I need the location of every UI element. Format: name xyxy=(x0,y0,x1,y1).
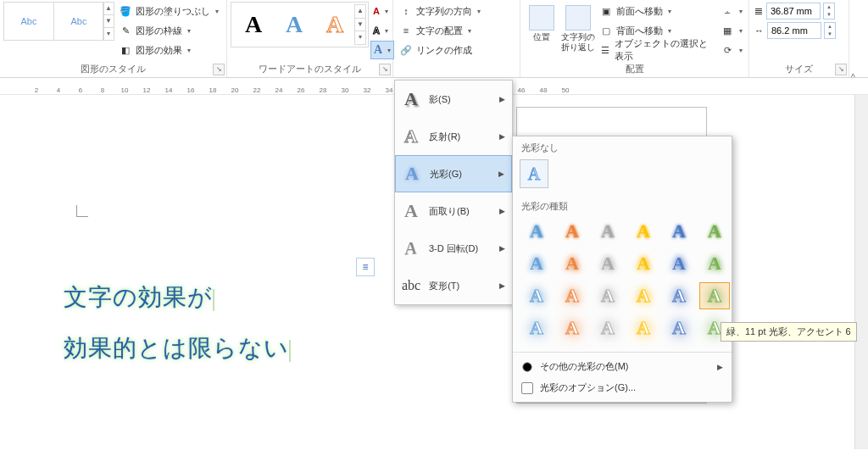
create-link-button[interactable]: 🔗リンクの作成 xyxy=(397,41,483,59)
group-label: ワードアートのスタイル xyxy=(231,61,389,77)
bring-forward-button[interactable]: ▣前面へ移動▾ xyxy=(597,2,716,20)
glow-variant[interactable]: A xyxy=(557,282,587,309)
label: 位置 xyxy=(533,32,550,42)
selection-pane-button[interactable]: ☰オブジェクトの選択と表示 xyxy=(597,41,716,59)
glow-variant[interactable]: A xyxy=(521,314,552,342)
dialog-launcher[interactable]: ↘ xyxy=(835,64,847,75)
group-label: 配置 xyxy=(524,61,745,77)
wrap-text-button[interactable]: 文字列の 折り返し xyxy=(560,2,595,53)
shape-style-item[interactable]: Abc xyxy=(53,2,104,41)
wrap-icon xyxy=(565,5,591,31)
select-icon: ☰ xyxy=(599,43,611,57)
wordart-preset[interactable]: A xyxy=(233,4,274,45)
shape-style-item[interactable]: Abc xyxy=(3,2,54,41)
wordart-preset[interactable]: A xyxy=(274,4,314,45)
glow-variant[interactable]: A xyxy=(521,218,552,245)
rotate-button[interactable]: ⟳▾ xyxy=(718,41,745,59)
glow-variant[interactable]: A xyxy=(699,250,730,277)
shape-fill-button[interactable]: 🪣図形の塗りつぶし▾ xyxy=(116,2,221,20)
front-icon: ▣ xyxy=(599,4,613,18)
glow-variant[interactable]: A xyxy=(593,314,623,342)
glow-variant[interactable]: A xyxy=(664,282,694,309)
dialog-launcher[interactable]: ↘ xyxy=(213,64,225,75)
align-objects-icon: ⫠ xyxy=(721,4,734,18)
text-align-button[interactable]: ≡文字の配置▾ xyxy=(397,21,483,40)
position-button[interactable]: 位置 xyxy=(524,2,559,42)
glow-options[interactable]: 光彩のオプション(G)... xyxy=(513,377,732,398)
rotate-icon: ⟳ xyxy=(721,43,734,57)
align-button[interactable]: ⫠▾ xyxy=(718,2,745,20)
page-corner-mark xyxy=(76,205,88,217)
glow-variant[interactable]: A xyxy=(664,218,694,245)
group-text: ↕文字列の方向▾ ≡文字の配置▾ 🔗リンクの作成 xyxy=(393,0,520,77)
menu-reflection[interactable]: A反射(R)▶ xyxy=(395,118,512,155)
glow-variant[interactable]: A xyxy=(664,250,694,277)
glow-none-option[interactable]: A xyxy=(520,159,548,188)
glow-variant[interactable]: A xyxy=(628,282,659,309)
width-input[interactable] xyxy=(767,22,821,39)
group-arrange: 位置 文字列の 折り返し ▣前面へ移動▾ ▢背面へ移動▾ ☰オブジェクトの選択と… xyxy=(520,0,749,77)
shape-effects-button[interactable]: ◧図形の効果▾ xyxy=(116,41,221,59)
text-direction-button[interactable]: ↕文字列の方向▾ xyxy=(397,2,483,20)
label: 背面へ移動 xyxy=(616,25,663,37)
text-outline-button[interactable]: A▾ xyxy=(370,21,394,40)
glow-variant[interactable]: A xyxy=(593,218,623,245)
menu-glow[interactable]: A光彩(G)▶ xyxy=(395,155,512,192)
glow-variant[interactable]: A xyxy=(628,314,659,342)
menu-3d-rotation[interactable]: A3-D 回転(D)▶ xyxy=(395,230,512,267)
vertical-scrollbar[interactable] xyxy=(854,95,868,449)
position-icon xyxy=(529,5,554,31)
height-input[interactable] xyxy=(766,3,821,19)
group-label xyxy=(397,74,516,77)
glow-variant[interactable]: A xyxy=(593,250,623,277)
group-icon: ▦ xyxy=(721,24,734,37)
glow-variant[interactable]: A xyxy=(699,218,730,245)
glow-variant[interactable]: A xyxy=(628,250,659,277)
text-fill-button[interactable]: A▾ xyxy=(370,2,394,20)
effects-icon: ◧ xyxy=(119,43,132,57)
group-label: 図形のスタイル xyxy=(3,61,223,77)
layout-options-button[interactable]: ≡ xyxy=(356,258,375,276)
glow-variant[interactable]: A xyxy=(628,218,659,245)
gallery-nav[interactable]: ▲▼▾ xyxy=(103,2,114,41)
glow-variant[interactable]: A xyxy=(557,250,587,277)
shape-style-gallery[interactable]: Abc Abc ▲▼▾ xyxy=(3,2,114,41)
options-icon xyxy=(521,382,533,394)
document-text-line[interactable]: 効果的とは限らない xyxy=(64,332,291,364)
direction-icon: ↕ xyxy=(399,4,413,18)
width-icon: ↔ xyxy=(754,25,764,36)
width-spinner[interactable]: ▲▼ xyxy=(824,22,836,39)
more-glow-colors[interactable]: その他の光彩の色(M)▶ xyxy=(513,356,732,377)
label: オブジェクトの選択と表示 xyxy=(615,37,714,63)
glow-variant[interactable]: A xyxy=(521,282,552,309)
menu-shadow[interactable]: A影(S)▶ xyxy=(395,81,512,118)
glow-variant[interactable]: A xyxy=(664,314,694,342)
glow-variant[interactable]: A xyxy=(593,282,623,309)
glow-variant[interactable]: A xyxy=(699,282,730,309)
link-icon: 🔗 xyxy=(399,43,413,57)
wordart-gallery[interactable]: A A A ▲▼▾ xyxy=(231,2,369,47)
bucket-icon: 🪣 xyxy=(119,4,132,18)
group-wordart-styles: A A A ▲▼▾ A▾ A▾ A▾ ワードアートのスタイル ↘ xyxy=(227,0,393,77)
shape-effects-label: 図形の効果 xyxy=(136,44,182,57)
wordart-preset[interactable]: A xyxy=(314,4,355,45)
dialog-launcher[interactable]: ↘ xyxy=(379,64,391,75)
menu-bevel[interactable]: A面取り(B)▶ xyxy=(395,192,512,230)
menu-transform[interactable]: abc変形(T)▶ xyxy=(395,267,512,304)
text-cursor xyxy=(213,289,214,311)
group-label: サイズ xyxy=(753,61,845,77)
document-text-line[interactable]: 文字の効果が xyxy=(64,281,214,314)
height-spinner[interactable]: ▲▼ xyxy=(823,3,835,19)
shape-outline-label: 図形の枠線 xyxy=(136,25,182,37)
text-cursor xyxy=(289,340,291,362)
gallery-nav[interactable]: ▲▼▾ xyxy=(354,4,366,45)
shape-outline-button[interactable]: ✎図形の枠線▾ xyxy=(116,21,221,40)
group-button[interactable]: ▦▾ xyxy=(718,21,745,40)
glow-variant[interactable]: A xyxy=(557,314,587,342)
glow-variant[interactable]: A xyxy=(521,250,552,277)
glow-variations-header: 光彩の種類 xyxy=(513,195,732,216)
glow-variant[interactable]: A xyxy=(557,218,587,245)
label: 文字列の 折り返し xyxy=(561,32,595,53)
align-icon: ≡ xyxy=(399,24,413,37)
text-effects-button[interactable]: A▾ xyxy=(370,41,394,59)
